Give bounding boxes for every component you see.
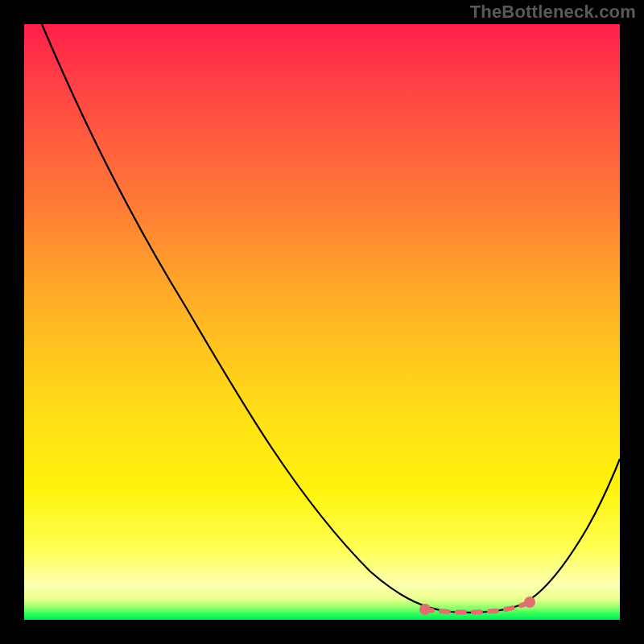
- chart-container: TheBottleneck.com: [0, 0, 644, 644]
- curve-svg: [24, 24, 620, 620]
- bottleneck-curve: [42, 24, 620, 613]
- plot-area: [24, 24, 620, 620]
- marker-dot-left: [419, 604, 431, 615]
- minimum-plateau-marker: [425, 602, 530, 613]
- watermark-text: TheBottleneck.com: [470, 2, 636, 23]
- marker-dot-right: [524, 597, 535, 608]
